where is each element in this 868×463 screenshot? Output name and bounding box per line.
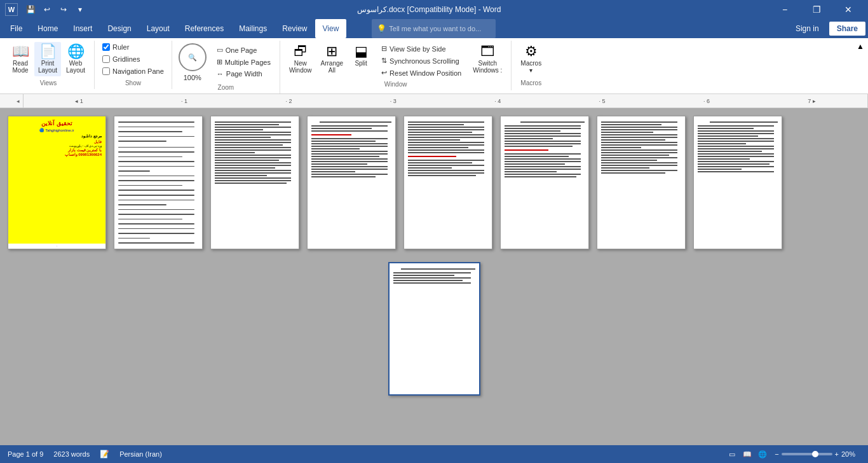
zoom-percent[interactable]: 100% (184, 74, 201, 81)
menu-layout[interactable]: Layout (139, 19, 177, 38)
nav-pane-checkbox[interactable] (102, 67, 110, 75)
menu-file[interactable]: File (3, 19, 30, 38)
gridlines-checkbox[interactable] (102, 55, 110, 63)
window-buttons-row: 🗗 NewWindow ⊞ ArrangeAll ⬓ Split ⊟ View … (285, 42, 506, 78)
page-6[interactable] (500, 116, 589, 249)
ruler-checkbox[interactable] (102, 43, 110, 51)
zoom-in-button[interactable]: + (835, 450, 839, 458)
zoom-percent-status[interactable]: 20% (841, 450, 860, 458)
save-button[interactable]: 💾 (23, 2, 38, 17)
zoom-options: ▭ One Page ⊞ Multiple Pages ↔ Page Width (213, 45, 275, 79)
window-small-buttons: ⊟ View Side by Side ⇅ Synchronous Scroll… (377, 43, 465, 78)
page-9[interactable] (388, 262, 480, 396)
macros-label: Macros▾ (520, 60, 541, 74)
page-2[interactable] (114, 116, 203, 249)
ruler-marks: ◂ 1 · 1 · 2 · 3 · 4 · 5 · 6 7 ▸ (24, 98, 867, 104)
window-content: 🗗 NewWindow ⊞ ArrangeAll ⬓ Split ⊟ View … (285, 41, 506, 79)
switch-windows-icon: 🗔 (480, 45, 494, 59)
page-1[interactable]: تحقیق آنلاین Tahghighonline.ir 🔵 مرجع دا… (8, 116, 106, 249)
tell-me-box[interactable]: 💡 (372, 19, 496, 38)
page-5[interactable] (403, 116, 492, 249)
page-7[interactable] (597, 116, 686, 249)
new-window-button[interactable]: 🗗 NewWindow (285, 42, 316, 78)
print-layout-icon: 📄 (39, 45, 57, 59)
sync-scrolling-button[interactable]: ⇅ Synchronous Scrolling (377, 55, 465, 66)
page-width-icon: ↔ (217, 70, 224, 78)
page-1-url: Tahghighonline.ir 🔵 (12, 128, 102, 132)
page-7-content (597, 116, 685, 249)
web-layout-button[interactable]: 🌐 WebLayout (62, 42, 89, 76)
status-left: Page 1 of 9 2623 words 📝 Persian (Iran) (8, 450, 162, 459)
zoom-icon: 🔍 (188, 53, 197, 62)
restore-button[interactable]: ❐ (802, 0, 831, 19)
macros-button[interactable]: ⚙ Macros▾ (517, 42, 545, 76)
nav-pane-checkbox-label[interactable]: Navigation Pane (100, 66, 166, 76)
window-group-label: Window (285, 79, 506, 90)
zoom-group-label: Zoom (177, 83, 275, 93)
page-8[interactable] (693, 116, 782, 249)
gridlines-checkbox-label[interactable]: Gridlines (100, 54, 142, 64)
ruler-content: ◂ 1 · 1 · 2 · 3 · 4 · 5 · 6 7 ▸ (23, 94, 868, 107)
reset-window-button[interactable]: ↩ Reset Window Position (377, 67, 465, 78)
tell-me-input[interactable] (389, 25, 491, 32)
read-mode-icon: 📖 (12, 45, 29, 59)
zoom-control-area: − + 20% (775, 450, 860, 458)
zoom-slider[interactable] (782, 453, 832, 455)
print-layout-button[interactable]: 📄 PrintLayout (34, 42, 61, 76)
customize-button[interactable]: ▾ (72, 2, 88, 17)
share-button[interactable]: Share (829, 22, 865, 36)
close-button[interactable]: ✕ (834, 0, 863, 19)
arrange-all-label: ArrangeAll (321, 60, 344, 74)
page-9-content (390, 263, 479, 394)
menu-references[interactable]: References (177, 19, 231, 38)
sign-in-button[interactable]: Sign in (790, 22, 824, 36)
page-8-content (694, 116, 782, 249)
zoom-thumb[interactable] (812, 451, 818, 457)
page-4[interactable] (307, 116, 396, 249)
split-button[interactable]: ⬓ Split (348, 42, 374, 78)
print-layout-view-btn[interactable]: ▭ (725, 448, 739, 460)
macros-icon: ⚙ (525, 45, 538, 59)
page-1-content: تحقیق آنلاین Tahghighonline.ir 🔵 مرجع دا… (8, 116, 105, 244)
ruler-checkbox-label[interactable]: Ruler (100, 42, 132, 52)
menu-insert[interactable]: Insert (65, 19, 100, 38)
page-width-button[interactable]: ↔ Page Width (213, 69, 275, 79)
arrange-all-button[interactable]: ⊞ ArrangeAll (317, 42, 348, 78)
ribbon-collapse[interactable]: ▲ (855, 41, 865, 52)
menu-mailings[interactable]: Mailings (231, 19, 275, 38)
page-1-sub1: مرجع دانلـود (12, 134, 102, 138)
menu-home[interactable]: Home (30, 19, 65, 38)
view-side-by-side-button[interactable]: ⊟ View Side by Side (377, 43, 465, 54)
split-label: Split (355, 60, 367, 67)
menu-review[interactable]: Review (275, 19, 315, 38)
page-3[interactable] (210, 116, 299, 249)
status-right: ▭ 📖 🌐 − + 20% (725, 448, 860, 460)
one-page-button[interactable]: ▭ One Page (213, 45, 275, 55)
read-mode-view-btn[interactable]: 📖 (740, 448, 754, 460)
zoom-content: 🔍 100% ▭ One Page ⊞ Multiple Pages ↔ Pag… (177, 41, 275, 83)
web-layout-view-btn[interactable]: 🌐 (756, 448, 770, 460)
ruler-mark: · 5 (599, 98, 606, 104)
undo-button[interactable]: ↩ (39, 2, 55, 17)
switch-windows-label: SwitchWindows : (473, 60, 502, 74)
page-6-content (501, 116, 588, 249)
zoom-button[interactable]: 🔍 (179, 43, 207, 71)
one-page-icon: ▭ (217, 46, 223, 54)
page-2-content (114, 116, 202, 249)
redo-button[interactable]: ↪ (56, 2, 71, 17)
ruler-mark: · 1 (181, 98, 187, 104)
multiple-pages-button[interactable]: ⊞ Multiple Pages (213, 57, 275, 67)
views-buttons: 📖 ReadMode 📄 PrintLayout 🌐 WebLayout (8, 41, 89, 78)
menu-view[interactable]: View (315, 19, 347, 38)
sync-icon: ⇅ (381, 57, 387, 65)
status-bar: Page 1 of 9 2623 words 📝 Persian (Iran) … (0, 445, 868, 463)
menu-design[interactable]: Design (100, 19, 139, 38)
page-1-sub2: فایل (12, 139, 102, 144)
ruler-mark: · 6 (703, 98, 710, 104)
web-layout-label: WebLayout (66, 60, 85, 74)
read-mode-button[interactable]: 📖 ReadMode (8, 42, 33, 76)
page-5-content (404, 116, 492, 249)
zoom-out-button[interactable]: − (775, 450, 778, 458)
minimize-button[interactable]: − (770, 0, 799, 19)
switch-windows-button[interactable]: 🗔 SwitchWindows : (469, 42, 506, 78)
